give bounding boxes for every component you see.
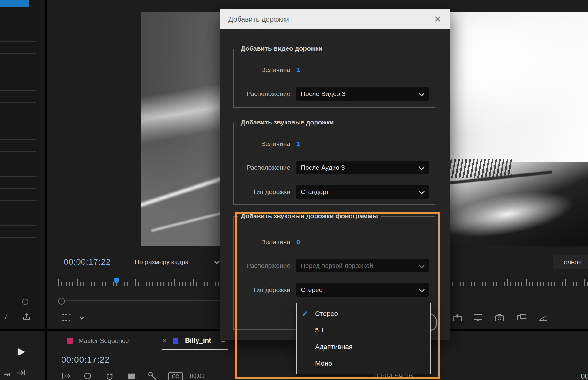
video-placement-value: После Видео 3: [301, 87, 345, 101]
chevron-down-icon: [418, 264, 425, 268]
audio-type-value: Стандарт: [301, 185, 329, 199]
active-tab-underline: [162, 349, 228, 350]
tab-master-sequence[interactable]: Master Sequence: [78, 337, 129, 344]
menu-item-mono[interactable]: Моно: [297, 355, 430, 372]
wrench-icon[interactable]: [148, 371, 157, 380]
panel-scrollbar-knob[interactable]: [22, 299, 28, 305]
export-media-icon[interactable]: [22, 313, 31, 321]
submix-type-value: Стерео: [301, 283, 322, 297]
panel-divider-vertical[interactable]: [45, 0, 47, 380]
submix-placement-label: Расположение: [233, 261, 290, 271]
video-tracks-legend: Добавить видео дорожки: [238, 45, 326, 52]
menu-item-stereo[interactable]: ✓ Стерео: [297, 306, 430, 322]
submix-placement-dropdown: Перед первой дорожкой: [296, 259, 429, 272]
marker-icon[interactable]: [83, 371, 92, 380]
zoom-level-value: По размеру кадра: [135, 255, 189, 269]
chevron-down-icon: [214, 260, 220, 264]
project-panel: ♪: [0, 0, 45, 329]
comparison-view-icon[interactable]: [517, 314, 527, 322]
audio-tracks-legend: Добавить звуковые дорожки: [238, 119, 337, 126]
play-icon[interactable]: ▶: [18, 345, 25, 357]
extract-icon[interactable]: [473, 314, 483, 322]
video-count-label: Величина: [233, 65, 290, 75]
submix-tracks-legend: Добавить звуковые дорожки фонограммы: [238, 212, 381, 220]
chevron-down-icon: [418, 190, 425, 194]
premiere-app-window: ♪ 00:00:17:22 По размеру кадра: [0, 0, 588, 380]
chevron-down-icon: [418, 166, 425, 170]
snap-icon[interactable]: [105, 371, 114, 380]
audio-placement-dropdown[interactable]: После Аудио 3: [296, 161, 429, 174]
monitor-scrollbar-track[interactable]: [66, 300, 221, 301]
safe-margins-icon[interactable]: [61, 314, 70, 321]
tools-panel: ▶: [0, 331, 45, 380]
video-placement-label: Расположение: [233, 89, 290, 99]
track-type-menu: ✓ Стерео 5.1 Адаптивная Моно: [296, 303, 431, 374]
video-count-value[interactable]: 1: [296, 65, 300, 75]
add-tracks-dialog: Добавить дорожки ✕ Добавить видео дорожк…: [221, 10, 450, 340]
submix-count-label: Величина: [233, 237, 290, 247]
audio-count-label: Величина: [233, 139, 290, 149]
menu-item-label: Стерео: [315, 310, 338, 317]
chevron-down-icon: [418, 92, 425, 96]
menu-item-5-1[interactable]: 5.1: [297, 322, 430, 339]
chevron-down-icon: [418, 288, 425, 292]
zoom-level-dropdown[interactable]: По размеру кадра: [129, 255, 224, 269]
tab-billy-int[interactable]: Billy_int: [185, 336, 211, 344]
submix-count-value[interactable]: 0: [296, 237, 300, 247]
menu-item-label: Моно: [315, 359, 332, 367]
monitor-ruler-left[interactable]: [58, 278, 221, 286]
video-placement-dropdown[interactable]: После Видео 3: [296, 87, 429, 101]
menu-item-adaptive[interactable]: Адаптивная: [297, 339, 430, 355]
audio-placement-label: Расположение: [233, 163, 290, 173]
dialog-title: Добавить дорожки: [228, 10, 289, 29]
menu-item-label: 5.1: [315, 326, 325, 334]
dialog-titlebar[interactable]: Добавить дорожки ✕: [221, 10, 450, 29]
captions-icon[interactable]: CC: [168, 372, 183, 380]
audio-type-label: Тип дорожки: [233, 187, 290, 197]
timeline-timecode[interactable]: 00:00:17:22: [61, 355, 110, 365]
submix-placement-value: Перед первой дорожкой: [301, 259, 373, 272]
tool-strip-icon[interactable]: [4, 373, 12, 380]
lift-icon[interactable]: [453, 314, 462, 322]
monitor-timecode[interactable]: 00:00:17:22: [64, 257, 111, 267]
export-frame-icon[interactable]: [495, 314, 504, 322]
multi-camera-icon[interactable]: [538, 314, 548, 322]
close-icon[interactable]: ✕: [434, 10, 442, 29]
playback-resolution-value: Полное: [559, 255, 582, 269]
monitor-ruler-right[interactable]: [449, 278, 588, 286]
audio-type-dropdown[interactable]: Стандарт: [296, 185, 429, 199]
audio-placement-value: После Аудио 3: [301, 161, 345, 174]
playback-resolution-dropdown[interactable]: Полное: [553, 255, 588, 269]
tab-swatch-master: [67, 338, 73, 344]
timeline-ruler-start-label: :00:00: [188, 373, 205, 379]
chevron-down-icon[interactable]: [79, 316, 85, 320]
track-select-tool-icon[interactable]: [17, 370, 27, 379]
linked-selection-icon[interactable]: [127, 372, 136, 380]
music-note-icon[interactable]: ♪: [4, 311, 8, 321]
right-corner-timecode: 00: [581, 372, 588, 380]
audio-count-value[interactable]: 1: [296, 139, 300, 149]
project-panel-rows[interactable]: [0, 29, 36, 244]
submix-type-dropdown[interactable]: Стерео: [296, 283, 429, 297]
insert-icon[interactable]: [61, 371, 70, 380]
tab-swatch-billy: [173, 338, 178, 344]
menu-item-label: Адаптивная: [315, 343, 352, 351]
check-icon: ✓: [302, 306, 308, 322]
selected-bin-highlight: [0, 0, 29, 7]
submix-type-label: Тип дорожки: [233, 285, 290, 295]
monitor-scrollbar-knob[interactable]: [58, 298, 65, 305]
tab-close-icon[interactable]: ×: [162, 336, 167, 344]
